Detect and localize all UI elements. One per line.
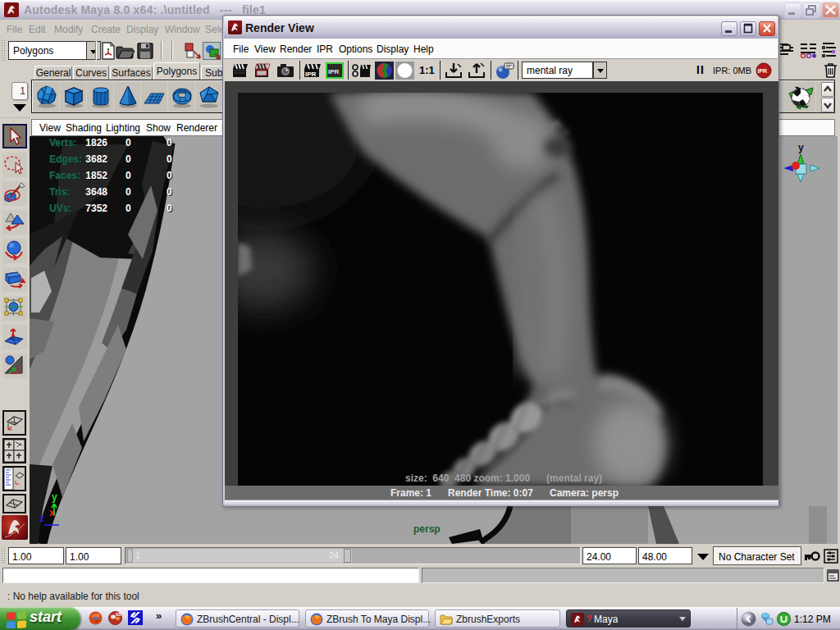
svg-text:IPR: IPR <box>305 71 317 78</box>
svg-text:x: x <box>49 507 55 518</box>
svg-text:SS: SS <box>116 612 121 617</box>
svg-text:z: z <box>39 513 44 524</box>
svg-text:y: y <box>52 491 57 503</box>
svg-text:IPR: IPR <box>758 68 768 74</box>
svg-text:IPR: IPR <box>328 68 340 75</box>
svg-text:y: y <box>798 142 804 153</box>
